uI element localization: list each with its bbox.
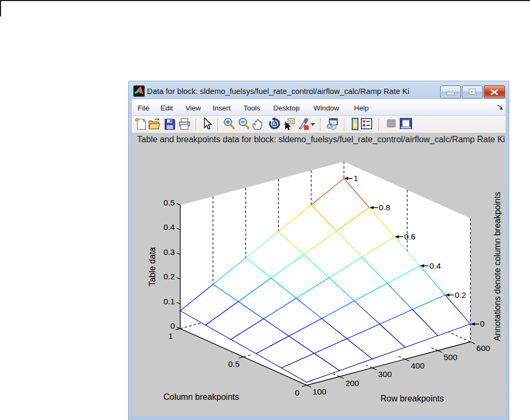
svg-text:Annotations denote column brea: Annotations denote column breakpoints [493,192,502,341]
svg-text:0: 0 [170,321,175,330]
svg-text:200: 200 [346,379,359,388]
svg-text:0: 0 [295,388,300,397]
svg-text:300: 300 [378,370,392,379]
svg-text:Table data: Table data [148,247,157,286]
svg-text:0: 0 [480,319,485,328]
svg-text:500: 500 [443,353,457,362]
svg-text:1: 1 [354,174,358,183]
svg-text:0.4: 0.4 [430,261,441,270]
svg-text:0.1: 0.1 [163,297,175,306]
svg-text:400: 400 [411,361,425,370]
svg-text:0.6: 0.6 [404,232,416,241]
svg-text:0.2: 0.2 [455,290,466,299]
svg-text:0.2: 0.2 [163,272,175,281]
svg-text:0.3: 0.3 [163,247,175,256]
svg-text:0.4: 0.4 [163,222,175,232]
svg-text:100: 100 [313,387,326,396]
svg-text:0.5: 0.5 [228,359,240,368]
svg-text:600: 600 [476,344,490,353]
svg-text:Row breakpoints: Row breakpoints [381,394,444,403]
svg-text:0.8: 0.8 [379,203,391,212]
svg-text:1: 1 [169,331,173,340]
svg-text:Column breakpoints: Column breakpoints [163,392,239,401]
svg-text:0.5: 0.5 [163,198,175,207]
